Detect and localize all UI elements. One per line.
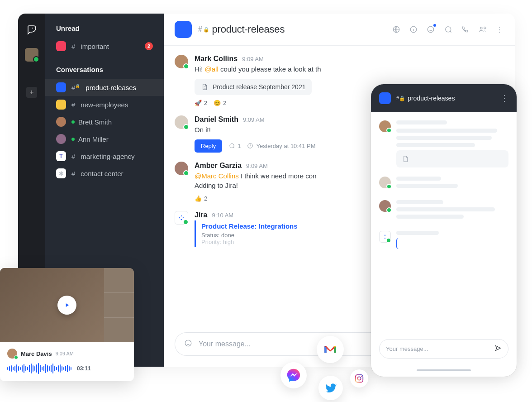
app-logo-icon[interactable] [26, 24, 37, 37]
svg-point-8 [357, 377, 361, 380]
chat-icon[interactable] [443, 25, 452, 34]
svg-point-4 [480, 27, 483, 29]
hash-icon: # [71, 43, 75, 50]
channel-color-icon [379, 92, 391, 104]
gmail-icon[interactable] [317, 336, 344, 363]
channel-name: product-releases [212, 24, 285, 35]
sidebar-item-important[interactable]: # important 2 [45, 38, 164, 55]
channel-header: #🔒 product-releases ⋮ [164, 14, 515, 46]
smiley-notification-icon[interactable] [426, 25, 435, 34]
attachment-label: Product release September 2021 [213, 83, 305, 91]
slack-icon: ✱ [56, 168, 66, 178]
current-user-avatar[interactable] [25, 48, 38, 62]
instagram-icon[interactable] [350, 369, 368, 388]
thread-count[interactable]: 1 [228, 143, 241, 149]
unread-section-title: Unread [45, 24, 164, 32]
play-icon[interactable] [57, 296, 76, 315]
composer-placeholder: Your message... [386, 345, 490, 352]
user-avatar-icon [56, 117, 66, 127]
phone-icon[interactable] [461, 25, 470, 34]
svg-point-0 [32, 28, 33, 29]
reaction-rocket[interactable]: 🚀 2 [195, 100, 207, 106]
mobile-message-skeleton [379, 177, 508, 191]
user-avatar-icon[interactable] [7, 349, 17, 359]
sidebar-item-label: Brett Smith [78, 118, 153, 126]
members-icon[interactable] [478, 25, 487, 34]
mobile-channel-title: #🔒 product-releases [396, 95, 495, 102]
sidebar-item-contact-center[interactable]: ✱ # contact center [45, 165, 164, 182]
user-avatar-icon[interactable] [175, 162, 188, 175]
globe-icon[interactable] [392, 25, 401, 34]
message-time: 9:09 AM [243, 116, 265, 123]
channel-color-icon [56, 100, 66, 110]
kebab-menu-icon[interactable]: ⋮ [500, 93, 508, 103]
sidebar-item-brett-smith[interactable]: Brett Smith [45, 113, 164, 130]
svg-point-9 [361, 376, 362, 377]
sidebar-item-ann-miller[interactable]: Ann Miller [45, 130, 164, 148]
mobile-message-skeleton [379, 200, 508, 222]
presence-dot-icon [71, 138, 75, 141]
user-avatar-icon[interactable] [175, 55, 188, 68]
channel-title: #🔒 product-releases [198, 24, 285, 35]
sidebar-item-label: important [81, 43, 139, 50]
sidebar-item-new-employees[interactable]: # new-employees [45, 96, 164, 113]
channel-color-icon [175, 21, 192, 38]
mobile-preview: #🔒 product-releases ⋮ [371, 84, 517, 377]
sidebar-item-marketing-agency[interactable]: T # marketing-agency [45, 148, 164, 165]
message-time: 9:09 AM [246, 163, 268, 169]
hash-icon: # [71, 170, 75, 177]
twitter-icon[interactable] [318, 376, 343, 400]
hash-lock-icon: #🔒 [198, 25, 209, 34]
voice-duration: 03:11 [77, 365, 91, 372]
hash-icon: # [71, 153, 75, 160]
sidebar-item-label: Ann Miller [78, 135, 153, 143]
attachment-card[interactable]: Product release September 2021 [195, 79, 312, 95]
voice-author: Marc Davis [21, 350, 52, 357]
presence-dot-icon [71, 120, 75, 124]
reply-button[interactable]: Reply [195, 139, 222, 153]
add-workspace-button[interactable]: + [26, 87, 37, 98]
message-author[interactable]: Jira [195, 211, 207, 219]
kebab-menu-icon[interactable]: ⋮ [495, 25, 504, 34]
audio-waveform-icon[interactable] [7, 363, 71, 374]
user-avatar-icon [379, 120, 391, 132]
jira-bot-avatar-icon [379, 231, 391, 243]
video-thumbnail[interactable] [0, 268, 134, 342]
mobile-message-skeleton [379, 231, 508, 252]
mention[interactable]: @all [205, 65, 218, 73]
sidebar-item-product-releases[interactable]: #🔒 product-releases [45, 79, 164, 96]
messenger-icon[interactable] [280, 362, 307, 388]
sidebar-item-label: product-releases [86, 84, 153, 91]
composer-placeholder: Your message... [199, 340, 251, 348]
mobile-message-skeleton [379, 120, 508, 168]
message-author[interactable]: Daniel Smith [195, 115, 238, 124]
jira-bot-avatar-icon[interactable] [175, 211, 188, 225]
sidebar-item-label: contact center [81, 170, 153, 177]
svg-point-3 [428, 26, 434, 33]
message-author[interactable]: Mark Collins [195, 55, 238, 63]
emoji-picker-icon[interactable] [184, 339, 192, 349]
info-icon[interactable] [409, 25, 418, 34]
message-time: 9:09 AM [242, 56, 264, 62]
user-avatar-icon[interactable] [175, 115, 188, 129]
channel-color-icon [56, 82, 66, 92]
mobile-message-list [371, 112, 517, 339]
teams-icon: T [56, 151, 66, 161]
conversations-section-title: Conversations [45, 66, 164, 73]
reaction-thumbs-up[interactable]: 👍 2 [195, 195, 207, 202]
hash-icon: # [71, 101, 75, 109]
message-time: 9:10 AM [212, 212, 233, 219]
voice-time: 9:09 AM [56, 351, 74, 356]
user-avatar-icon [379, 200, 391, 212]
message-text: Hi! @all could you please take a look at… [195, 64, 504, 74]
document-icon [201, 83, 208, 91]
send-icon[interactable] [494, 345, 502, 353]
message-author[interactable]: Amber Garzia [195, 162, 242, 170]
video-call-widget: Marc Davis 9:09 AM 03:11 [0, 268, 134, 381]
mobile-header: #🔒 product-releases ⋮ [371, 84, 517, 112]
user-avatar-icon [379, 177, 391, 188]
mobile-home-indicator [417, 369, 471, 371]
mention[interactable]: @Marc Collins [195, 172, 239, 180]
mobile-composer[interactable]: Your message... [379, 339, 508, 359]
reaction-smile[interactable]: 😊 2 [214, 100, 226, 106]
